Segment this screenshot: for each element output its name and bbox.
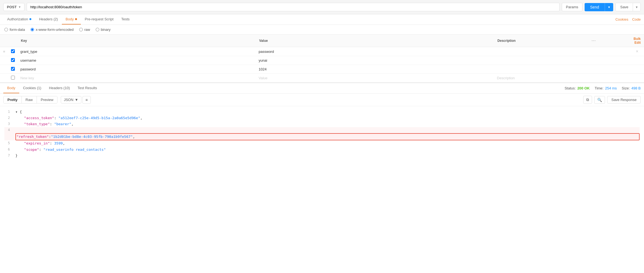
- col-check-header: [8, 35, 18, 47]
- row3-key-cell: password: [18, 65, 256, 74]
- send-dropdown-button[interactable]: ▼: [605, 3, 613, 11]
- save-button[interactable]: Save: [616, 3, 633, 11]
- new-desc-cell[interactable]: Description: [494, 74, 588, 83]
- col-drag-header: [0, 35, 8, 47]
- line-num-2: 2: [4, 115, 15, 121]
- cookies-link[interactable]: Cookies: [615, 17, 628, 21]
- view-preview-button[interactable]: Preview: [37, 96, 57, 103]
- tab-authorization[interactable]: Authorization: [3, 14, 35, 24]
- response-tabs: Body Cookies (1) Headers (10) Test Resul…: [0, 83, 644, 94]
- send-button[interactable]: Send: [585, 3, 605, 11]
- format-chevron-icon: ▼: [75, 98, 78, 102]
- json-line-2: 2 "access_token": "a512eef7-c25e-49d5-b1…: [4, 115, 640, 121]
- bulk-edit-link[interactable]: Bulk Edit: [634, 37, 641, 45]
- filter-button[interactable]: ≡: [82, 96, 91, 104]
- line-num-4: 4: [4, 127, 15, 133]
- drag-handle: [0, 65, 8, 74]
- search-button[interactable]: 🔍: [594, 96, 605, 104]
- col-key-header: Key: [18, 35, 256, 47]
- body-type-raw[interactable]: raw: [79, 28, 90, 32]
- row1-delete-button[interactable]: ×: [636, 49, 638, 54]
- res-tab-body[interactable]: Body: [3, 83, 19, 93]
- tab-tests-label: Tests: [121, 17, 130, 21]
- authorization-dot: [29, 18, 31, 20]
- col-val-header: Value: [256, 35, 494, 47]
- body-dot: [75, 18, 77, 20]
- row3-check-cell: [8, 65, 18, 74]
- tab-pre-request[interactable]: Pre-request Script: [81, 14, 117, 24]
- row1-delete-cell: ×: [630, 47, 644, 56]
- url-input[interactable]: [27, 3, 560, 11]
- line-content-1: ▾ {: [15, 109, 640, 115]
- view-pretty-button[interactable]: Pretty: [4, 96, 22, 103]
- line-num-3: 3: [4, 121, 15, 127]
- res-tab-headers[interactable]: Headers (10): [45, 83, 74, 93]
- table-row: password 1024: [0, 65, 644, 74]
- row1-key-cell: grant_type: [18, 47, 256, 56]
- res-tab-headers-label: Headers (10): [49, 86, 70, 90]
- json-line-7: 7 }: [4, 153, 640, 159]
- json-val-token-type: "bearer": [54, 122, 71, 126]
- row3-val-value: 1024: [259, 67, 267, 71]
- response-toolbar: Pretty Raw Preview JSON ▼ ≡ ⧉ 🔍 Save Res…: [0, 94, 644, 106]
- row2-key-cell: username: [18, 56, 256, 65]
- save-response-button[interactable]: Save Response: [607, 96, 641, 103]
- row2-val-cell: yunai: [256, 56, 494, 65]
- body-type-form-data[interactable]: form-data: [4, 28, 25, 32]
- line-num-7: 7: [4, 153, 15, 158]
- row3-key-value: password: [20, 67, 36, 71]
- send-btn-group: Send ▼: [585, 3, 613, 11]
- tab-body-label: Body: [66, 17, 74, 21]
- new-val-cell[interactable]: Value: [256, 74, 494, 83]
- new-row-checkbox[interactable]: [11, 76, 15, 80]
- new-val-placeholder: Value: [259, 76, 268, 80]
- kv-table: Key Value Description ··· Bulk Edit ≡ gr…: [0, 35, 644, 83]
- row2-checkbox[interactable]: [11, 58, 15, 62]
- save-dropdown-button[interactable]: ▼: [633, 3, 640, 11]
- row3-action-cell: [630, 65, 644, 74]
- row2-val-value: yunai: [259, 58, 267, 62]
- tab-tests[interactable]: Tests: [117, 14, 133, 24]
- time-value: 254 ms: [605, 86, 617, 90]
- copy-button[interactable]: ⧉: [583, 96, 592, 104]
- new-key-cell[interactable]: New key: [18, 74, 256, 83]
- refresh-token-highlight: "refresh_token": "1b2d01be-bd8e-4c03-95f…: [15, 133, 640, 140]
- code-link[interactable]: Code: [632, 17, 641, 21]
- row1-empty: [588, 47, 630, 56]
- table-row-new: New key Value Description: [0, 74, 644, 83]
- method-dropdown[interactable]: POST ▼: [3, 3, 24, 11]
- row1-check-cell: [8, 47, 18, 56]
- row2-key-value: username: [20, 58, 36, 62]
- row3-empty: [588, 65, 630, 74]
- size-label: Size:: [622, 86, 630, 90]
- row3-checkbox[interactable]: [11, 67, 15, 71]
- line-num-1: 1: [4, 109, 15, 114]
- row2-desc-cell: [494, 56, 588, 65]
- format-dropdown[interactable]: JSON ▼: [61, 96, 81, 103]
- view-raw-button[interactable]: Raw: [22, 96, 37, 103]
- line-num-6: 6: [4, 147, 15, 152]
- line-num-5: 5: [4, 140, 15, 146]
- params-button[interactable]: Params: [562, 3, 582, 11]
- res-tab-cookies[interactable]: Cookies (1): [19, 83, 45, 93]
- drag-handle: [0, 56, 8, 65]
- row1-desc-cell: [494, 47, 588, 56]
- tab-body[interactable]: Body: [62, 14, 81, 24]
- res-tab-test-results[interactable]: Test Results: [74, 83, 101, 93]
- tab-pre-request-label: Pre-request Script: [85, 17, 114, 21]
- body-type-urlencoded[interactable]: x-www-form-urlencoded: [31, 28, 74, 32]
- method-chevron-icon: ▼: [18, 6, 21, 9]
- row1-checkbox[interactable]: [11, 49, 15, 53]
- line-content-5: "expires_in": 3599,: [15, 140, 640, 146]
- tab-headers[interactable]: Headers (2): [35, 14, 62, 24]
- tab-authorization-label: Authorization: [7, 17, 28, 21]
- method-label: POST: [7, 5, 16, 9]
- json-key-access-token: "access_token": [24, 116, 54, 120]
- json-line-1: 1 ▾ {: [4, 109, 640, 115]
- body-type-binary[interactable]: binary: [96, 28, 111, 32]
- row2-action-cell: [630, 56, 644, 65]
- new-key-placeholder: New key: [20, 76, 34, 80]
- json-line-6: 6 "scope": "read_userinfo read_contacts": [4, 147, 640, 153]
- format-label: JSON: [64, 98, 73, 102]
- col-bulk-header[interactable]: Bulk Edit: [630, 35, 644, 47]
